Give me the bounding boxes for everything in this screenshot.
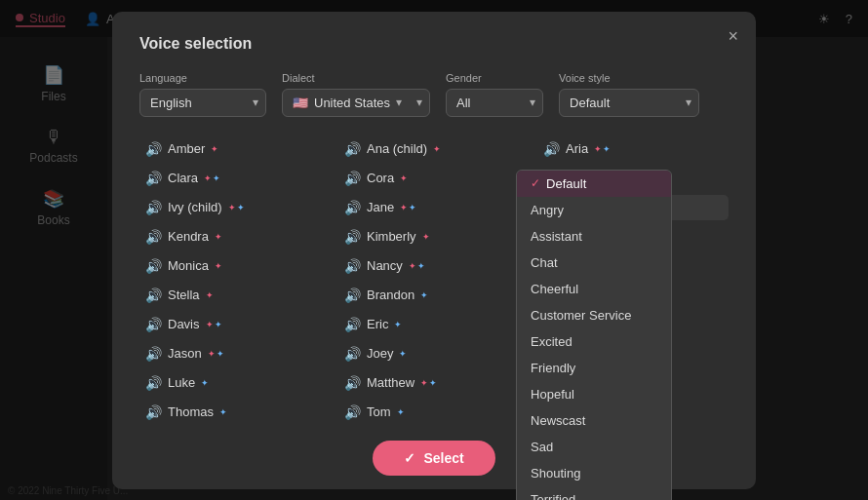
voice-item[interactable]: 🔊 Brandon ✦ [338, 283, 530, 308]
voice-item[interactable]: 🔊 Amber ✦ [139, 136, 331, 162]
dropdown-item-chat[interactable]: Chat [517, 250, 671, 276]
speaker-icon: 🔊 [145, 404, 162, 420]
dropdown-item-friendly[interactable]: Friendly [517, 355, 671, 381]
voice-item[interactable]: 🔊 Kimberly ✦ [338, 224, 530, 250]
voice-item[interactable]: 🔊 Aria ✦✦ [537, 136, 729, 162]
voice-badges: ✦✦ [594, 144, 611, 154]
voice-name: Luke [168, 375, 195, 390]
badge-blue: ✦ [219, 407, 227, 417]
dropdown-item-default[interactable]: Default [517, 171, 671, 197]
badge-blue: ✦ [394, 320, 402, 329]
badge-blue: ✦ [397, 407, 405, 417]
voice-item[interactable]: 🔊 Ivy (child) ✦✦ [139, 195, 331, 220]
voice-name: Cora [367, 171, 394, 185]
voice-name: Kendra [168, 229, 209, 244]
gender-select-wrapper[interactable]: All Female Male [446, 89, 543, 117]
badge-blue: ✦ [399, 349, 407, 359]
speaker-icon: 🔊 [543, 141, 560, 157]
voice-badges: ✦ [400, 173, 408, 183]
badge-blue: ✦ [217, 349, 224, 359]
voice-badges: ✦✦ [228, 203, 245, 212]
badge-blue: ✦ [417, 261, 425, 271]
badge-pink: ✦ [422, 232, 430, 242]
speaker-icon: 🔊 [145, 171, 162, 186]
voice-item[interactable]: 🔊 Luke ✦ [139, 370, 331, 396]
speaker-icon: 🔊 [344, 346, 361, 362]
voice-item[interactable]: 🔊 Joey ✦ [338, 341, 530, 366]
dropdown-item-hopeful[interactable]: Hopeful [517, 381, 671, 407]
dropdown-item-cheerful[interactable]: Cheerful [517, 276, 671, 302]
dialect-select[interactable]: 🇺🇸 United States ▾ [282, 89, 430, 117]
voice-name: Joey [367, 346, 393, 361]
dropdown-item-excited[interactable]: Excited [517, 328, 671, 355]
voice-badges: ✦ [211, 144, 218, 154]
badge-pink: ✦ [208, 349, 216, 359]
speaker-icon: 🔊 [145, 141, 162, 157]
voice-item[interactable]: 🔊 Jason ✦✦ [139, 341, 331, 366]
voice-item[interactable]: 🔊 Nancy ✦✦ [338, 253, 530, 279]
gender-label: Gender [446, 72, 543, 84]
close-button[interactable]: × [728, 27, 738, 45]
badge-pink: ✦ [228, 203, 236, 212]
voice-badges: ✦✦ [420, 378, 437, 388]
badge-pink: ✦ [400, 173, 408, 183]
voice-item[interactable]: 🔊 Ana (child) ✦ [338, 136, 530, 162]
voice-style-select-wrapper[interactable]: Default Angry Assistant Chat Cheerful Cu… [559, 89, 699, 117]
voice-item[interactable]: 🔊 Thomas ✦ [139, 400, 331, 425]
badge-pink: ✦ [204, 173, 212, 183]
dropdown-item-terrified[interactable]: Terrified [517, 486, 671, 501]
voice-item[interactable]: 🔊 Kendra ✦ [139, 224, 331, 250]
voice-name: Clara [168, 171, 198, 185]
speaker-icon: 🔊 [344, 317, 361, 332]
voice-item[interactable]: 🔊 Stella ✦ [139, 283, 331, 308]
voice-item[interactable]: 🔊 Davis ✦✦ [139, 312, 331, 337]
badge-blue: ✦ [420, 290, 428, 300]
badge-pink: ✦ [400, 203, 408, 212]
voice-name: Tom [367, 404, 391, 419]
badge-pink: ✦ [409, 261, 416, 271]
gender-select[interactable]: All Female Male [446, 89, 543, 117]
dropdown-item-sad[interactable]: Sad [517, 434, 671, 460]
badge-pink: ✦ [211, 144, 218, 154]
voice-item[interactable]: 🔊 Clara ✦✦ [139, 166, 331, 191]
voice-item[interactable]: 🔊 Jane ✦✦ [338, 195, 530, 220]
badge-blue: ✦ [213, 173, 220, 183]
dropdown-item-angry[interactable]: Angry [517, 197, 671, 223]
speaker-icon: 🔊 [344, 375, 361, 391]
voice-badges: ✦ [201, 378, 209, 388]
language-select[interactable]: English [139, 89, 266, 117]
voice-item[interactable]: 🔊 Eric ✦ [338, 312, 530, 337]
select-button[interactable]: ✓ Select [373, 441, 494, 476]
voice-name: Davis [168, 317, 200, 331]
voice-item[interactable]: 🔊 Cora ✦ [338, 166, 530, 191]
voice-item[interactable]: 🔊 Monica ✦ [139, 253, 331, 279]
voice-item[interactable]: 🔊 Matthew ✦✦ [338, 370, 530, 396]
dropdown-item-assistant[interactable]: Assistant [517, 223, 671, 250]
language-select-wrapper[interactable]: English [139, 89, 266, 117]
badge-blue: ✦ [603, 144, 611, 154]
voice-badges: ✦✦ [409, 261, 425, 271]
badge-blue: ✦ [429, 378, 437, 388]
dialect-select-wrapper[interactable]: 🇺🇸 United States ▾ [282, 89, 430, 117]
speaker-icon: 🔊 [145, 200, 162, 215]
voice-badges: ✦ [215, 232, 222, 242]
voice-style-label: Voice style [559, 72, 699, 84]
speaker-icon: 🔊 [344, 200, 361, 215]
voice-name: Thomas [168, 404, 214, 419]
voice-badges: ✦✦ [206, 320, 222, 329]
voice-name: Kimberly [367, 229, 416, 244]
voice-item[interactable]: 🔊 Tom ✦ [338, 400, 530, 425]
voice-badges: ✦ [433, 144, 441, 154]
voice-name: Ivy (child) [168, 200, 222, 214]
dropdown-item-customer-service[interactable]: Customer Service [517, 302, 671, 328]
voice-badges: ✦ [219, 407, 227, 417]
dropdown-item-newscast[interactable]: Newscast [517, 407, 671, 434]
voice-style-select[interactable]: Default Angry Assistant Chat Cheerful Cu… [559, 89, 699, 117]
badge-pink: ✦ [206, 320, 214, 329]
speaker-icon: 🔊 [344, 404, 361, 420]
dialect-chevron: ▾ [396, 96, 402, 109]
voice-badges: ✦ [394, 320, 402, 329]
dialect-label: Dialect [282, 72, 430, 84]
dropdown-item-shouting[interactable]: Shouting [517, 460, 671, 486]
voice-badges: ✦ [399, 349, 407, 359]
